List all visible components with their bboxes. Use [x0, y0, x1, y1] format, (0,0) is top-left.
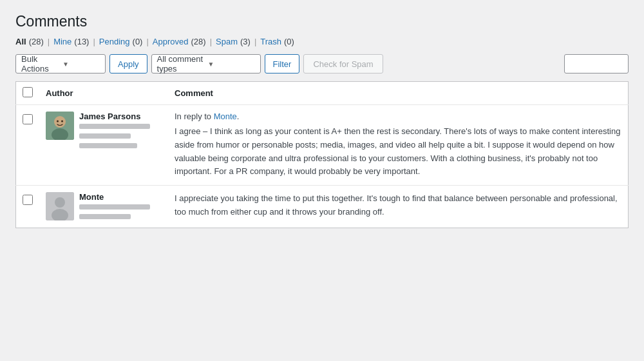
row-checkbox-cell — [16, 105, 40, 186]
col-checkbox-header — [16, 82, 40, 105]
col-comment-header: Comment — [168, 82, 629, 105]
reply-to-link[interactable]: Monte — [214, 112, 237, 121]
filter-tab-count-spam: (3) — [240, 37, 251, 46]
filter-tab-sep: | — [48, 37, 50, 46]
row-checkbox[interactable] — [23, 195, 33, 205]
comment-type-arrow: ▼ — [208, 61, 255, 68]
filter-tab-all[interactable]: All (28) — [15, 37, 44, 46]
col-comment-cell: In reply to Monte.I agree – I think as l… — [168, 105, 629, 186]
page-title: Comments — [15, 13, 629, 30]
table-row: MonteI appreciate you taking the time to… — [16, 186, 629, 228]
filter-tab-approved[interactable]: Approved (28) — [153, 37, 206, 46]
svg-point-1 — [54, 116, 66, 128]
check-spam-button[interactable]: Check for Spam — [303, 54, 383, 73]
col-author-cell: James Parsons — [39, 105, 168, 186]
col-author-cell: Monte — [39, 186, 168, 228]
filter-tab-link-spam[interactable]: Spam — [216, 37, 238, 46]
toolbar: Bulk Actions ▼ Apply All comment types ▼… — [15, 54, 629, 73]
filter-tab-pending[interactable]: Pending (0) — [99, 37, 143, 46]
comment-type-label: All comment types — [157, 54, 204, 73]
comment-type-dropdown[interactable]: All comment types ▼ — [151, 54, 261, 73]
author-meta-line — [79, 133, 131, 139]
svg-point-6 — [55, 197, 65, 208]
svg-point-3 — [57, 121, 59, 122]
author-meta-line — [79, 143, 137, 148]
apply-button[interactable]: Apply — [109, 54, 147, 73]
filter-tab-trash[interactable]: Trash (0) — [260, 37, 294, 46]
avatar — [46, 112, 74, 140]
filter-tab-count-mine: (13) — [74, 37, 89, 46]
table-header-row: Author Comment — [16, 82, 629, 105]
comment-text: I appreciate you taking the time to put … — [175, 192, 621, 219]
filter-tab-sep: | — [254, 37, 256, 46]
filter-tab-link-pending[interactable]: Pending — [99, 37, 130, 46]
filter-tab-sep: | — [146, 37, 148, 46]
search-input[interactable] — [564, 54, 629, 73]
filter-tab-mine[interactable]: Mine (13) — [53, 37, 89, 46]
col-comment-cell: I appreciate you taking the time to put … — [168, 186, 629, 228]
svg-point-4 — [61, 121, 63, 122]
author-meta-line — [79, 214, 131, 219]
col-author-header: Author — [39, 82, 168, 105]
row-checkbox-cell — [16, 186, 40, 228]
in-reply-to: In reply to Monte. — [175, 112, 621, 121]
avatar — [46, 192, 74, 220]
author-meta-line — [79, 204, 150, 210]
author-name: Monte — [79, 192, 150, 202]
filter-tab-count-approved: (28) — [191, 37, 206, 46]
filter-tab-spam[interactable]: Spam (3) — [216, 37, 251, 46]
row-checkbox[interactable] — [23, 114, 33, 124]
filter-tab-count-trash: (0) — [284, 37, 294, 46]
author-meta-line — [79, 124, 150, 129]
comment-text: I agree – I think as long as your conten… — [175, 125, 621, 179]
filter-tab-sep: | — [93, 37, 95, 46]
filter-tab-sep: | — [210, 37, 212, 46]
filter-tab-count-pending: (0) — [133, 37, 143, 46]
select-all-checkbox[interactable] — [23, 87, 33, 97]
filter-tab-link-approved[interactable]: Approved — [153, 37, 189, 46]
bulk-actions-dropdown[interactable]: Bulk Actions ▼ — [15, 54, 106, 73]
filter-tab-count-all: (28) — [29, 37, 44, 46]
bulk-actions-label: Bulk Actions — [21, 54, 59, 73]
author-name: James Parsons — [79, 112, 150, 121]
filter-tab-link-all[interactable]: All — [15, 37, 26, 46]
filter-button[interactable]: Filter — [265, 54, 300, 73]
filter-tab-link-mine[interactable]: Mine — [53, 37, 71, 46]
filter-tab-link-trash[interactable]: Trash — [260, 37, 281, 46]
filter-tabs: All (28) | Mine (13) | Pending (0) | App… — [15, 37, 629, 46]
bulk-actions-arrow: ▼ — [62, 61, 100, 68]
table-row: James ParsonsIn reply to Monte.I agree –… — [16, 105, 629, 186]
comments-table: Author Comment James ParsonsIn reply to … — [15, 81, 629, 228]
